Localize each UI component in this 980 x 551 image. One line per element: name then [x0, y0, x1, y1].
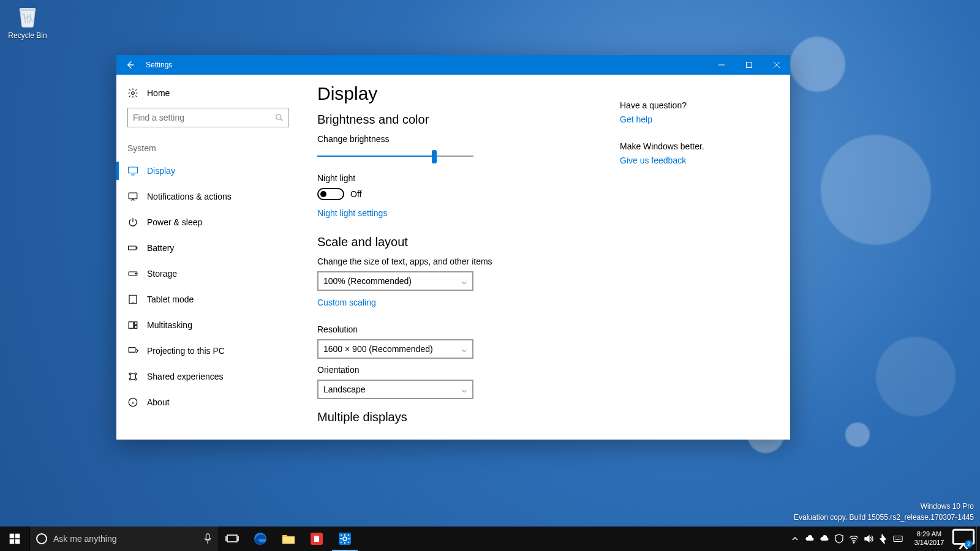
sidebar-item-storage[interactable]: Storage: [116, 261, 300, 287]
storage-icon: [127, 268, 138, 279]
toggle-knob: [320, 191, 326, 197]
slider-fill: [317, 156, 434, 157]
scale-value: 100% (Recommended): [323, 276, 412, 286]
bokeh-circle: [876, 337, 956, 416]
bokeh-circle: [845, 422, 870, 447]
task-view-button[interactable]: [218, 527, 246, 551]
svg-rect-3: [129, 167, 138, 173]
section-brightness: Brightness and color: [317, 113, 620, 127]
sidebar-item-multitasking[interactable]: Multitasking: [116, 312, 300, 338]
svg-point-2: [276, 114, 281, 119]
svg-rect-18: [10, 534, 15, 539]
info-icon: [127, 397, 138, 408]
svg-rect-22: [206, 534, 209, 540]
multitasking-icon: [127, 320, 138, 331]
svg-point-16: [135, 378, 137, 380]
power-icon: [127, 217, 138, 228]
close-button[interactable]: [763, 55, 790, 75]
minimize-button[interactable]: [707, 55, 735, 75]
resolution-dropdown[interactable]: 980 × 551 (Recommended): [317, 339, 473, 359]
sidebar-item-label: Tablet mode: [147, 294, 194, 304]
maximize-button[interactable]: [735, 55, 763, 75]
help-question: Have a question?: [620, 100, 773, 110]
tray-power-icon[interactable]: [876, 527, 891, 551]
desktop-icon-recycle-bin[interactable]: Recycle Bin: [6, 3, 49, 40]
night-light-settings-link[interactable]: Night light settings: [317, 208, 387, 218]
svg-rect-0: [746, 62, 752, 68]
gear-icon: [127, 88, 138, 99]
tray-volume-icon[interactable]: [861, 527, 876, 551]
sidebar-item-label: Battery: [147, 243, 174, 253]
desktop-watermark: Windows 10 Pro Evaluation copy. Build 15…: [794, 501, 974, 523]
bokeh-circle: [790, 37, 845, 92]
resolution-value: 980 × 551 (Recommended): [323, 344, 433, 354]
clock-time: 8:29 AM: [917, 530, 941, 539]
microphone-icon[interactable]: [203, 533, 212, 544]
show-desktop-button[interactable]: [976, 527, 980, 551]
night-light-toggle[interactable]: [317, 188, 344, 200]
cortana-search[interactable]: Ask me anything: [29, 527, 218, 551]
tray-keyboard-icon[interactable]: [891, 527, 905, 551]
content-area: Display Brightness and color Change brig…: [300, 75, 790, 440]
desktop-icon-label: Recycle Bin: [8, 31, 47, 40]
taskbar-app-explorer[interactable]: [274, 527, 303, 551]
tray-onedrive-icon[interactable]: [802, 527, 817, 551]
sidebar-item-label: Display: [147, 166, 175, 176]
sidebar-item-label: Notifications & actions: [147, 192, 232, 201]
sidebar-item-label: Shared experiences: [147, 372, 224, 381]
svg-rect-12: [129, 348, 135, 353]
home-button[interactable]: Home: [116, 81, 300, 105]
clock-date: 3/14/2017: [914, 539, 944, 547]
settings-window: Settings Home System: [116, 55, 790, 440]
svg-rect-11: [134, 326, 137, 329]
give-feedback-link[interactable]: Give us feedback: [620, 156, 686, 165]
taskbar-app-settings[interactable]: [331, 527, 359, 551]
sidebar-item-projecting[interactable]: Projecting to this PC: [116, 338, 300, 364]
shared-icon: [127, 371, 138, 382]
search-field[interactable]: [133, 113, 275, 122]
search-input[interactable]: [127, 108, 289, 127]
chevron-down-icon: [461, 346, 467, 352]
battery-icon: [127, 242, 138, 253]
recycle-bin-icon: [15, 3, 40, 29]
custom-scaling-link[interactable]: Custom scaling: [317, 298, 376, 307]
section-multiple-displays: Multiple displays: [317, 410, 620, 424]
tray-overflow-button[interactable]: [788, 527, 802, 551]
sidebar-item-label: Power & sleep: [147, 217, 202, 227]
night-light-state: Off: [350, 189, 361, 199]
resolution-label: Resolution: [317, 324, 620, 334]
sidebar-item-display[interactable]: Display: [116, 158, 300, 184]
action-center-button[interactable]: 2: [951, 527, 976, 551]
sidebar-category: System: [116, 135, 300, 158]
taskbar-app-edge[interactable]: [246, 527, 274, 551]
start-button[interactable]: [0, 527, 29, 551]
sidebar-item-tablet[interactable]: Tablet mode: [116, 287, 300, 312]
window-title: Settings: [143, 61, 172, 69]
sidebar-item-about[interactable]: About: [116, 389, 300, 415]
svg-point-30: [853, 542, 854, 543]
tray-network-icon[interactable]: [846, 527, 861, 551]
slider-thumb[interactable]: [432, 150, 437, 163]
scale-dropdown[interactable]: 100% (Recommended): [317, 271, 473, 291]
tray-defender-icon[interactable]: [832, 527, 846, 551]
brightness-label: Change brightness: [317, 134, 620, 144]
sidebar-item-battery[interactable]: Battery: [116, 235, 300, 261]
taskbar-clock[interactable]: 8:29 AM 3/14/2017: [908, 527, 951, 551]
svg-rect-19: [15, 534, 20, 539]
section-scale: Scale and layout: [317, 235, 620, 249]
svg-point-1: [132, 92, 135, 95]
watermark-build: Evaluation copy. Build 15055.rs2_release…: [794, 512, 974, 523]
titlebar[interactable]: Settings: [116, 55, 790, 75]
cortana-placeholder: Ask me anything: [53, 534, 203, 544]
svg-rect-20: [10, 539, 15, 544]
orientation-dropdown[interactable]: Landscape: [317, 380, 473, 399]
taskbar-app-recorder[interactable]: [303, 527, 331, 551]
sidebar-item-power[interactable]: Power & sleep: [116, 209, 300, 235]
home-label: Home: [147, 88, 170, 98]
sidebar-item-shared[interactable]: Shared experiences: [116, 364, 300, 389]
tray-cloud-icon[interactable]: [817, 527, 832, 551]
back-button[interactable]: [116, 55, 143, 75]
brightness-slider[interactable]: [317, 149, 473, 163]
get-help-link[interactable]: Get help: [620, 114, 652, 124]
sidebar-item-notifications[interactable]: Notifications & actions: [116, 184, 300, 209]
